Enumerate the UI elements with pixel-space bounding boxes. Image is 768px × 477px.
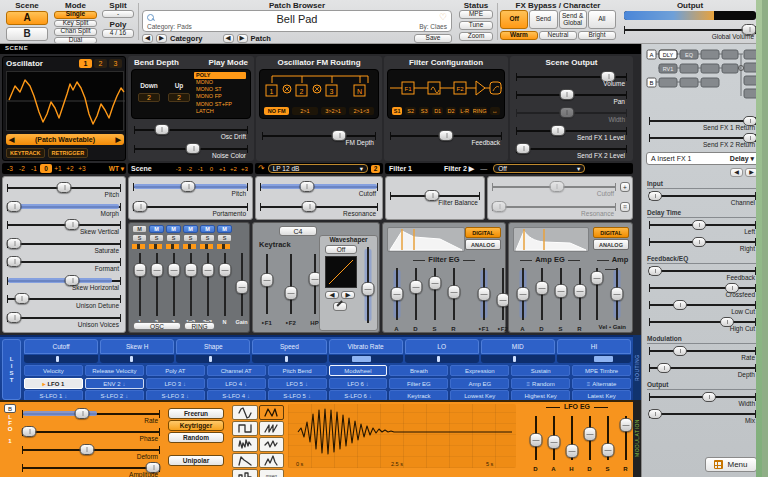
fx-param-slider[interactable]: Left	[646, 218, 759, 235]
favorite-icon[interactable]: ♡	[439, 12, 447, 22]
octave-button[interactable]: +3	[76, 164, 88, 173]
lfo-shape-button[interactable]	[232, 437, 258, 452]
fader-handle[interactable]	[235, 280, 248, 294]
lfo-shape-button[interactable]	[232, 421, 258, 436]
lfo-shape-button[interactable]	[232, 405, 258, 420]
polyphony-mode-item[interactable]: MONO ST	[194, 86, 246, 93]
scene-octave-button[interactable]: 0	[206, 164, 217, 173]
fm-depth-slider[interactable]: FM Depth	[260, 128, 378, 147]
scene-output-slider[interactable]: Volume	[514, 69, 629, 87]
save-button[interactable]: Save	[414, 34, 452, 43]
macro-label[interactable]: Cutoff	[24, 339, 98, 354]
slider-handle[interactable]	[260, 273, 273, 287]
solo-button[interactable]: S	[166, 234, 181, 242]
mod-source-cell[interactable]: ≡ ▸ Amp EG ↓	[450, 378, 509, 389]
fm-mode-button[interactable]: 3>2>1	[321, 107, 346, 115]
filter1-type-dropdown[interactable]: LP 12 dB ▾	[268, 164, 368, 173]
scene-output-slider[interactable]: Send FX 1 Level	[514, 123, 629, 141]
mixer-fader[interactable]	[217, 251, 232, 318]
slider-handle[interactable]	[57, 182, 72, 193]
mod-source-cell[interactable]: ≡ ▸ LFO 5 ↓	[268, 378, 327, 389]
eg-analog-button[interactable]: ANALOG	[593, 239, 629, 250]
filter-balance-slider[interactable]: Filter Balance	[388, 188, 482, 208]
slider-handle[interactable]	[529, 433, 542, 447]
lfo-eg-slider[interactable]: S	[600, 414, 615, 462]
scene-a-button[interactable]: A	[6, 11, 48, 25]
slider-handle[interactable]	[692, 237, 706, 247]
fx-bypass-button[interactable]: Send & Global	[559, 10, 587, 29]
play-mode-button[interactable]: Key Split	[54, 20, 97, 28]
play-mode-button[interactable]: Chan Split	[54, 28, 97, 36]
osc-param-slider[interactable]: Skew Horizontal	[5, 273, 123, 292]
mod-source-cell[interactable]: Channel AT	[207, 365, 266, 376]
lfo-trigger-button[interactable]: Keytrigger	[168, 420, 224, 431]
mute-button[interactable]: M	[183, 225, 198, 233]
lfo-shape-button[interactable]	[232, 453, 258, 468]
lfo-eg-slider[interactable]: A	[546, 414, 561, 462]
macro-value-bar[interactable]	[252, 355, 326, 363]
slider-handle[interactable]	[573, 284, 586, 298]
wavetable-selector[interactable]: ◀ (Patch Wavetable) ▶	[6, 134, 124, 145]
feedback-slider[interactable]: Feedback	[388, 128, 504, 147]
slider-handle[interactable]	[181, 181, 196, 192]
filter-config-mode-button[interactable]: D2	[446, 107, 456, 115]
osc-global-slider[interactable]: Osc Drift	[132, 122, 250, 141]
character-button[interactable]: Warm	[500, 31, 538, 40]
macro-control[interactable]: Cutoff	[24, 339, 98, 363]
prev-wavetable-icon[interactable]: ◀	[9, 136, 14, 144]
eg-slider[interactable]: S	[427, 266, 442, 322]
mod-source-cell[interactable]: Sustain	[511, 365, 570, 376]
lfo-param-slider[interactable]: Rate	[20, 406, 162, 424]
macro-label[interactable]: Vibrato Rate	[329, 339, 403, 354]
scene-output-slider[interactable]: Pan	[514, 87, 629, 105]
filter-config-mode-button[interactable]: L-R	[459, 107, 469, 115]
macro-control[interactable]: Skew H	[100, 339, 174, 363]
slider-handle[interactable]	[409, 280, 422, 294]
prev-patch-button[interactable]: ◀	[223, 34, 234, 43]
macro-label[interactable]: HI	[557, 339, 631, 354]
filter-config-mode-button[interactable]: S2	[405, 107, 415, 115]
macro-value-bar[interactable]	[557, 355, 631, 363]
slider-handle[interactable]	[7, 201, 22, 212]
polyphony-mode-item[interactable]: POLY	[194, 72, 246, 79]
mod-source-cell[interactable]: ≡ ▸ Alternate ↓	[572, 378, 631, 389]
slider-handle[interactable]	[75, 408, 90, 419]
slider-handle[interactable]	[284, 286, 297, 300]
mod-source-cell[interactable]: Poly AT	[146, 365, 205, 376]
polyphony-mode-item[interactable]: MONO ST+FP	[194, 101, 246, 108]
lfo-param-slider[interactable]: Amplitude	[20, 460, 162, 477]
macro-value-bar[interactable]	[176, 355, 250, 363]
send-return-slider[interactable]: Send FX 2 Return	[646, 131, 759, 148]
eg-slider[interactable]: D	[408, 266, 423, 322]
fm-mode-button[interactable]: 2>1<3	[349, 107, 374, 115]
minus-icon[interactable]: —	[480, 165, 487, 172]
slider-handle[interactable]	[7, 312, 22, 323]
lfo-shape-button[interactable]	[259, 421, 285, 436]
polyphony-mode-item[interactable]: MONO FP	[194, 93, 246, 100]
slider-handle[interactable]	[361, 282, 374, 296]
keytrack-root-note[interactable]: C4	[279, 226, 317, 236]
prev-fx-button[interactable]: ◀	[730, 168, 743, 177]
play-mode-button[interactable]: Dual	[54, 37, 97, 45]
slider-handle[interactable]	[516, 143, 531, 154]
fader-handle[interactable]	[167, 263, 180, 277]
fader-handle[interactable]	[133, 263, 146, 277]
fx-param-slider[interactable]: Right	[646, 235, 759, 252]
macro-label[interactable]: Speed	[252, 339, 326, 354]
mixer-fader[interactable]	[166, 251, 181, 318]
macro-control[interactable]: Shape	[176, 339, 250, 363]
macro-control[interactable]: Speed	[252, 339, 326, 363]
oscillator-tab[interactable]: 2	[94, 59, 107, 68]
octave-button[interactable]: +2	[64, 164, 76, 173]
macro-value-bar[interactable]	[481, 355, 555, 363]
slider-handle[interactable]	[673, 346, 687, 356]
fader-handle[interactable]	[150, 263, 163, 277]
split-value[interactable]: -	[102, 10, 134, 18]
fx-param-slider[interactable]: Rate	[646, 344, 759, 361]
patch-display[interactable]: ♡ Bell Pad Category: Pads By: Claes	[142, 10, 452, 32]
lfo-shape-button[interactable]	[259, 453, 285, 468]
fx-param-slider[interactable]: Crossfeed	[646, 281, 759, 298]
eg-slider[interactable]: D	[534, 266, 549, 322]
fx-param-slider[interactable]: Low Cut	[646, 298, 759, 315]
slider-handle[interactable]	[565, 444, 578, 458]
